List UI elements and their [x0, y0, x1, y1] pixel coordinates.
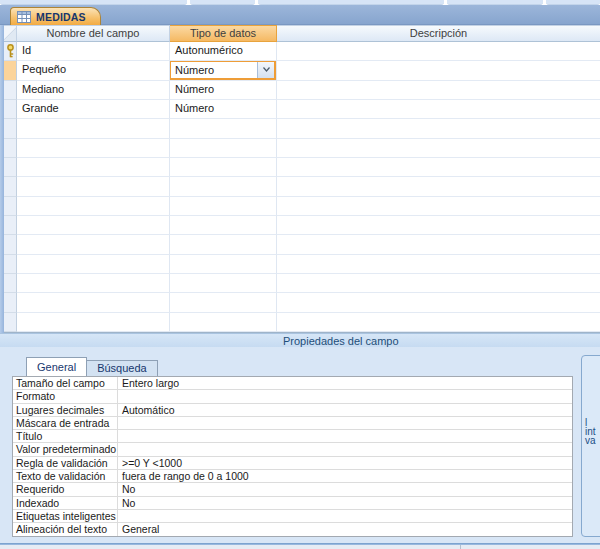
description-cell[interactable]	[277, 158, 600, 177]
property-row: Formato	[13, 390, 572, 403]
property-value[interactable]: Entero largo	[118, 377, 572, 389]
data-type-cell[interactable]	[170, 255, 277, 274]
data-type-cell[interactable]: Autonumérico	[170, 42, 277, 61]
data-type-cell[interactable]	[170, 139, 277, 158]
description-cell[interactable]	[277, 235, 600, 254]
column-header-data-type[interactable]: Tipo de datos	[170, 25, 277, 42]
field-name-cell[interactable]	[17, 293, 170, 312]
property-label[interactable]: Valor predeterminado	[13, 443, 118, 455]
data-type-cell[interactable]	[170, 235, 277, 254]
property-value[interactable]	[118, 417, 572, 429]
property-value[interactable]: No	[118, 483, 572, 495]
property-label[interactable]: Regla de validación	[13, 457, 118, 469]
property-value[interactable]: Automático	[118, 404, 572, 416]
row-selector[interactable]	[4, 119, 17, 138]
row-selector[interactable]	[4, 313, 17, 332]
data-type-cell[interactable]: Número	[170, 81, 277, 100]
row-selector[interactable]	[4, 216, 17, 235]
field-name-cell[interactable]	[17, 235, 170, 254]
description-cell[interactable]	[277, 197, 600, 216]
property-row: IndexadoNo	[13, 497, 572, 510]
property-row: Alineación del textoGeneral	[13, 523, 572, 536]
data-type-cell[interactable]	[170, 274, 277, 293]
field-name-cell[interactable]	[17, 139, 170, 158]
field-name-cell[interactable]	[17, 119, 170, 138]
field-name-cell[interactable]	[17, 177, 170, 196]
description-cell[interactable]	[277, 61, 600, 80]
column-header-description[interactable]: Descripción	[277, 25, 600, 42]
field-name-cell[interactable]	[17, 158, 170, 177]
row-selector[interactable]	[4, 177, 17, 196]
field-name-cell[interactable]: Id	[17, 42, 170, 61]
row-selector[interactable]	[4, 100, 17, 119]
property-value[interactable]	[118, 390, 572, 402]
property-value[interactable]: fuera de rango de 0 a 1000	[118, 470, 572, 482]
description-cell[interactable]	[277, 313, 600, 332]
field-row	[4, 139, 600, 158]
field-row: IdAutonumérico	[4, 42, 600, 61]
property-label[interactable]: Formato	[13, 390, 118, 402]
tab-medidas[interactable]: MEDIDAS	[10, 7, 101, 25]
data-type-cell[interactable]	[170, 119, 277, 138]
description-cell[interactable]	[277, 100, 600, 119]
description-cell[interactable]	[277, 139, 600, 158]
property-label[interactable]: Indexado	[13, 497, 118, 509]
field-name-cell[interactable]	[17, 313, 170, 332]
data-type-cell[interactable]: Número	[170, 61, 277, 80]
properties-caption: Propiedades del campo	[283, 335, 399, 347]
property-label[interactable]: Requerido	[13, 483, 118, 495]
data-type-cell[interactable]	[170, 313, 277, 332]
property-label[interactable]: Texto de validación	[13, 470, 118, 482]
select-all-corner[interactable]	[4, 25, 17, 42]
description-cell[interactable]	[277, 274, 600, 293]
field-name-cell[interactable]: Pequeño	[17, 61, 170, 80]
property-label[interactable]: Título	[13, 430, 118, 442]
data-type-cell[interactable]	[170, 293, 277, 312]
property-value[interactable]	[118, 510, 572, 522]
field-name-cell[interactable]	[17, 274, 170, 293]
row-selector[interactable]	[4, 81, 17, 100]
property-label[interactable]: Tamaño del campo	[13, 377, 118, 389]
column-header-field-name[interactable]: Nombre del campo	[17, 25, 170, 42]
property-label[interactable]: Etiquetas inteligentes	[13, 510, 118, 522]
data-type-cell[interactable]: Número	[170, 100, 277, 119]
row-selector[interactable]	[4, 293, 17, 312]
description-cell[interactable]	[277, 177, 600, 196]
property-value[interactable]: No	[118, 497, 572, 509]
property-row: Tamaño del campoEntero largo	[13, 377, 572, 390]
field-name-cell[interactable]	[17, 197, 170, 216]
row-selector[interactable]	[4, 274, 17, 293]
description-cell[interactable]	[277, 293, 600, 312]
row-selector[interactable]	[4, 61, 17, 80]
data-type-combobox[interactable]: Número	[170, 61, 276, 79]
property-label[interactable]: Máscara de entrada	[13, 417, 118, 429]
row-selector[interactable]	[4, 197, 17, 216]
data-type-cell[interactable]	[170, 197, 277, 216]
field-name-cell[interactable]: Grande	[17, 100, 170, 119]
property-value[interactable]: General	[118, 523, 572, 535]
row-selector[interactable]	[4, 42, 17, 61]
row-selector[interactable]	[4, 235, 17, 254]
row-selector[interactable]	[4, 139, 17, 158]
description-cell[interactable]	[277, 42, 600, 61]
description-cell[interactable]	[277, 255, 600, 274]
tab-general[interactable]: General	[26, 357, 87, 376]
data-type-cell[interactable]	[170, 216, 277, 235]
field-name-cell[interactable]	[17, 216, 170, 235]
tab-busqueda[interactable]: Búsqueda	[86, 360, 158, 376]
description-cell[interactable]	[277, 81, 600, 100]
property-label[interactable]: Lugares decimales	[13, 404, 118, 416]
property-label[interactable]: Alineación del texto	[13, 523, 118, 535]
property-value[interactable]	[118, 430, 572, 442]
description-cell[interactable]	[277, 216, 600, 235]
property-value[interactable]: >=0 Y <1000	[118, 457, 572, 469]
data-type-cell[interactable]	[170, 158, 277, 177]
combobox-dropdown-button[interactable]	[257, 62, 274, 77]
description-cell[interactable]	[277, 119, 600, 138]
property-value[interactable]	[118, 443, 572, 455]
field-name-cell[interactable]	[17, 255, 170, 274]
field-name-cell[interactable]: Mediano	[17, 81, 170, 100]
row-selector[interactable]	[4, 255, 17, 274]
row-selector[interactable]	[4, 158, 17, 177]
data-type-cell[interactable]	[170, 177, 277, 196]
